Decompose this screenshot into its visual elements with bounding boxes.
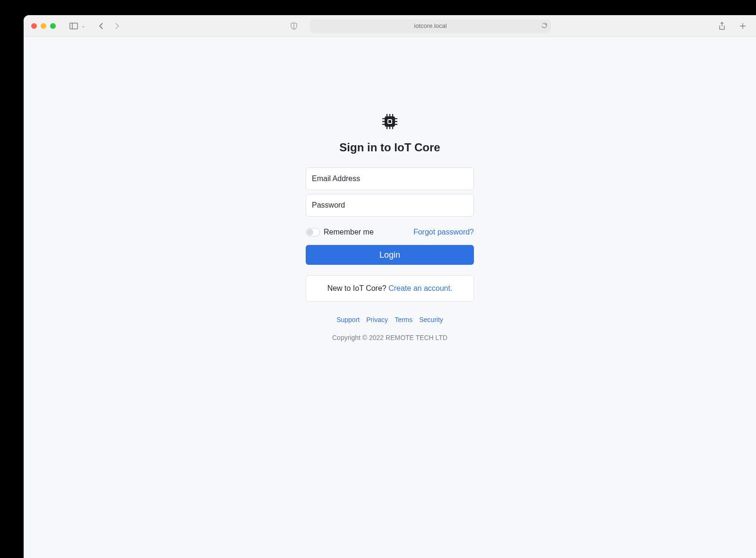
copyright-text: Copyright © 2022 REMOTE TECH LTD xyxy=(332,334,447,341)
support-link[interactable]: Support xyxy=(336,316,360,323)
browser-window: ⌄ iotcore.local xyxy=(24,15,756,558)
sidebar-icon xyxy=(69,23,78,29)
share-icon xyxy=(719,22,725,30)
plus-icon xyxy=(739,23,746,29)
traffic-lights xyxy=(31,23,56,29)
address-bar[interactable]: iotcore.local xyxy=(310,19,551,33)
forward-button[interactable] xyxy=(112,20,123,32)
app-logo xyxy=(381,113,399,132)
chevron-right-icon xyxy=(115,23,120,29)
forgot-password-link[interactable]: Forgot password? xyxy=(413,228,474,236)
password-field[interactable] xyxy=(306,194,474,217)
svg-rect-0 xyxy=(70,23,78,29)
svg-rect-4 xyxy=(385,116,395,127)
new-tab-button[interactable] xyxy=(737,20,748,32)
security-link[interactable]: Security xyxy=(419,316,443,323)
chevron-down-icon[interactable]: ⌄ xyxy=(81,23,85,28)
chip-icon xyxy=(381,113,399,131)
reload-icon xyxy=(541,22,547,28)
reload-button[interactable] xyxy=(541,22,547,30)
signup-panel: New to IoT Core? Create an account. xyxy=(306,275,474,302)
footer-links: Support Privacy Terms Security xyxy=(336,316,443,323)
chevron-left-icon xyxy=(99,23,103,29)
shield-icon xyxy=(291,22,297,30)
share-button[interactable] xyxy=(716,20,728,32)
remember-me-toggle[interactable] xyxy=(306,228,320,236)
email-field[interactable] xyxy=(306,167,474,190)
create-account-link[interactable]: Create an account. xyxy=(388,284,452,292)
close-window-button[interactable] xyxy=(31,23,37,29)
page-content: Sign in to IoT Core Remember me Forgot p… xyxy=(24,37,756,558)
browser-toolbar: ⌄ iotcore.local xyxy=(24,15,756,37)
login-form: Remember me Forgot password? Login New t… xyxy=(306,167,474,302)
login-button[interactable]: Login xyxy=(306,245,474,265)
signup-prompt-text: New to IoT Core? xyxy=(327,284,389,292)
remember-me-label: Remember me xyxy=(324,228,374,236)
switch-knob xyxy=(307,229,313,235)
privacy-shield-button[interactable] xyxy=(288,20,300,32)
page-title: Sign in to IoT Core xyxy=(339,141,440,154)
terms-link[interactable]: Terms xyxy=(395,316,412,323)
back-button[interactable] xyxy=(95,20,107,32)
maximize-window-button[interactable] xyxy=(50,23,56,29)
privacy-link[interactable]: Privacy xyxy=(366,316,388,323)
sidebar-toggle-button[interactable] xyxy=(68,20,79,32)
minimize-window-button[interactable] xyxy=(41,23,46,29)
address-text: iotcore.local xyxy=(414,22,447,29)
